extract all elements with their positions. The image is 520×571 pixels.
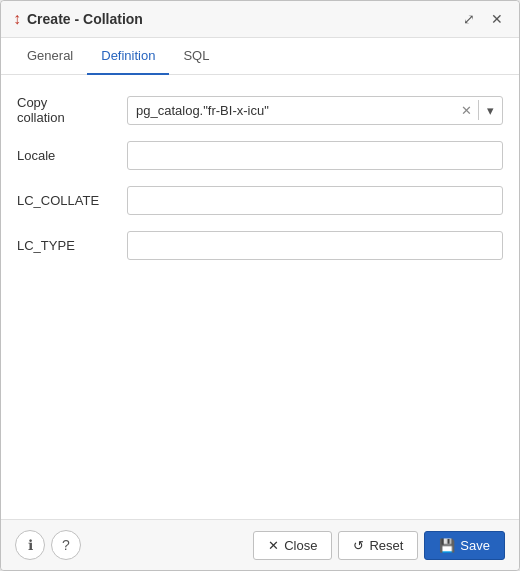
save-label: Save — [460, 538, 490, 553]
locale-field — [127, 141, 503, 170]
collation-icon: ↕ — [13, 10, 21, 28]
help-icon: ? — [62, 537, 70, 553]
copy-collation-field: ✕ ▾ — [127, 96, 503, 125]
form-content: Copycollation ✕ ▾ Locale LC_COLLATE — [1, 75, 519, 519]
footer-right: ✕ Close ↺ Reset 💾 Save — [253, 531, 505, 560]
save-icon: 💾 — [439, 538, 455, 553]
info-button[interactable]: ℹ — [15, 530, 45, 560]
close-label: Close — [284, 538, 317, 553]
copy-collation-wrapper: ✕ ▾ — [127, 96, 503, 125]
lc-collate-label: LC_COLLATE — [17, 193, 127, 208]
help-button[interactable]: ? — [51, 530, 81, 560]
save-button[interactable]: 💾 Save — [424, 531, 505, 560]
tab-sql[interactable]: SQL — [169, 38, 223, 75]
locale-input[interactable] — [127, 141, 503, 170]
reset-icon: ↺ — [353, 538, 364, 553]
copy-collation-dropdown-button[interactable]: ▾ — [479, 99, 502, 122]
tab-general[interactable]: General — [13, 38, 87, 75]
lc-type-field — [127, 231, 503, 260]
title-bar: ↕ Create - Collation ⤢ ✕ — [1, 1, 519, 38]
tab-bar: General Definition SQL — [1, 38, 519, 75]
info-icon: ℹ — [28, 537, 33, 553]
locale-label: Locale — [17, 148, 127, 163]
locale-row: Locale — [17, 141, 503, 170]
lc-collate-input[interactable] — [127, 186, 503, 215]
copy-collation-input[interactable] — [128, 97, 455, 124]
title-left: ↕ Create - Collation — [13, 10, 143, 28]
expand-button[interactable]: ⤢ — [459, 9, 479, 29]
footer-left: ℹ ? — [15, 530, 81, 560]
dialog-footer: ℹ ? ✕ Close ↺ Reset 💾 Save — [1, 519, 519, 570]
lc-collate-row: LC_COLLATE — [17, 186, 503, 215]
copy-collation-clear-button[interactable]: ✕ — [455, 99, 478, 122]
reset-button[interactable]: ↺ Reset — [338, 531, 418, 560]
lc-type-label: LC_TYPE — [17, 238, 127, 253]
reset-label: Reset — [369, 538, 403, 553]
close-button[interactable]: ✕ Close — [253, 531, 332, 560]
title-actions: ⤢ ✕ — [459, 9, 507, 29]
tab-definition[interactable]: Definition — [87, 38, 169, 75]
dialog-close-button[interactable]: ✕ — [487, 9, 507, 29]
lc-type-input[interactable] — [127, 231, 503, 260]
lc-type-row: LC_TYPE — [17, 231, 503, 260]
create-collation-dialog: ↕ Create - Collation ⤢ ✕ General Definit… — [0, 0, 520, 571]
copy-collation-label: Copycollation — [17, 95, 127, 125]
copy-collation-row: Copycollation ✕ ▾ — [17, 95, 503, 125]
close-icon: ✕ — [268, 538, 279, 553]
lc-collate-field — [127, 186, 503, 215]
dialog-title: Create - Collation — [27, 11, 143, 27]
